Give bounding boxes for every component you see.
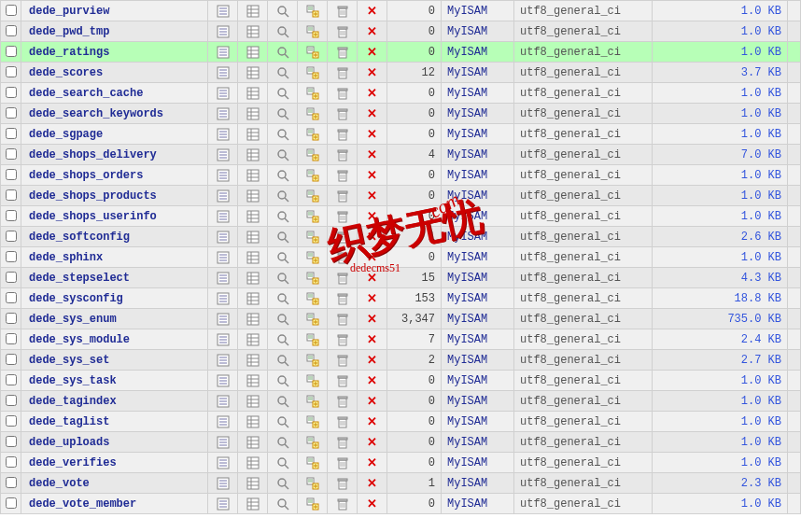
drop-icon[interactable]: ✕ (358, 371, 387, 391)
structure-icon[interactable] (238, 391, 268, 412)
drop-icon[interactable]: ✕ (358, 329, 387, 350)
structure-icon[interactable] (238, 206, 268, 227)
drop-icon[interactable]: ✕ (358, 412, 387, 432)
table-type[interactable]: MyISAM (442, 391, 514, 412)
table-size[interactable]: 1.0 KB (653, 247, 788, 268)
table-name-link[interactable]: dede_shops_orders (21, 165, 208, 186)
insert-icon[interactable] (298, 247, 328, 268)
insert-icon[interactable] (298, 453, 328, 473)
structure-icon[interactable] (238, 63, 268, 83)
table-name-link[interactable]: dede_sys_module (21, 329, 208, 350)
empty-icon[interactable] (328, 473, 358, 494)
insert-icon[interactable] (298, 165, 328, 186)
structure-icon[interactable] (238, 371, 268, 391)
table-size[interactable]: 1.0 KB (653, 432, 788, 453)
structure-icon[interactable] (238, 494, 268, 514)
insert-icon[interactable] (298, 83, 328, 104)
insert-icon[interactable] (298, 63, 328, 83)
table-size[interactable]: 18.8 KB (653, 288, 788, 309)
structure-icon[interactable] (238, 83, 268, 104)
browse-icon[interactable] (208, 288, 238, 309)
search-icon[interactable] (268, 371, 298, 391)
search-icon[interactable] (268, 494, 298, 514)
table-type[interactable]: MyISAM (442, 42, 514, 63)
drop-icon[interactable]: ✕ (358, 288, 387, 309)
row-checkbox[interactable] (6, 333, 17, 344)
table-name-link[interactable]: dede_shops_products (21, 186, 208, 206)
search-icon[interactable] (268, 63, 298, 83)
insert-icon[interactable] (298, 1, 328, 21)
structure-icon[interactable] (238, 145, 268, 165)
table-type[interactable]: MyISAM (442, 63, 514, 83)
search-icon[interactable] (268, 42, 298, 63)
structure-icon[interactable] (238, 432, 268, 453)
search-icon[interactable] (268, 21, 298, 42)
browse-icon[interactable] (208, 391, 238, 412)
search-icon[interactable] (268, 473, 298, 494)
table-name-link[interactable]: dede_vote (21, 473, 208, 494)
table-type[interactable]: MyISAM (442, 494, 514, 514)
browse-icon[interactable] (208, 412, 238, 432)
table-name-link[interactable]: dede_softconfig (21, 227, 208, 247)
drop-icon[interactable]: ✕ (358, 21, 387, 42)
table-size[interactable]: 1.0 KB (653, 124, 788, 145)
row-checkbox[interactable] (6, 251, 17, 262)
structure-icon[interactable] (238, 268, 268, 288)
insert-icon[interactable] (298, 104, 328, 124)
table-type[interactable]: MyISAM (442, 83, 514, 104)
browse-icon[interactable] (208, 186, 238, 206)
drop-icon[interactable]: ✕ (358, 453, 387, 473)
row-checkbox[interactable] (6, 272, 17, 283)
empty-icon[interactable] (328, 145, 358, 165)
row-checkbox[interactable] (6, 395, 17, 406)
empty-icon[interactable] (328, 227, 358, 247)
table-name-link[interactable]: dede_sgpage (21, 124, 208, 145)
row-checkbox[interactable] (6, 210, 17, 221)
search-icon[interactable] (268, 186, 298, 206)
insert-icon[interactable] (298, 21, 328, 42)
insert-icon[interactable] (298, 412, 328, 432)
browse-icon[interactable] (208, 350, 238, 371)
table-name-link[interactable]: dede_scores (21, 63, 208, 83)
table-size[interactable]: 1.0 KB (653, 42, 788, 63)
table-type[interactable]: MyISAM (442, 206, 514, 227)
table-size[interactable]: 1.0 KB (653, 371, 788, 391)
table-name-link[interactable]: dede_search_cache (21, 83, 208, 104)
empty-icon[interactable] (328, 371, 358, 391)
structure-icon[interactable] (238, 186, 268, 206)
row-checkbox[interactable] (6, 292, 17, 303)
table-size[interactable]: 1.0 KB (653, 165, 788, 186)
row-checkbox[interactable] (6, 374, 17, 385)
insert-icon[interactable] (298, 329, 328, 350)
structure-icon[interactable] (238, 104, 268, 124)
browse-icon[interactable] (208, 227, 238, 247)
drop-icon[interactable]: ✕ (358, 186, 387, 206)
search-icon[interactable] (268, 124, 298, 145)
insert-icon[interactable] (298, 309, 328, 329)
search-icon[interactable] (268, 309, 298, 329)
drop-icon[interactable]: ✕ (358, 350, 387, 371)
drop-icon[interactable]: ✕ (358, 63, 387, 83)
browse-icon[interactable] (208, 268, 238, 288)
table-type[interactable]: MyISAM (442, 350, 514, 371)
table-name-link[interactable]: dede_sphinx (21, 247, 208, 268)
insert-icon[interactable] (298, 391, 328, 412)
search-icon[interactable] (268, 1, 298, 21)
table-size[interactable]: 1.0 KB (653, 21, 788, 42)
drop-icon[interactable]: ✕ (358, 494, 387, 514)
search-icon[interactable] (268, 391, 298, 412)
row-checkbox[interactable] (6, 231, 17, 242)
structure-icon[interactable] (238, 247, 268, 268)
table-type[interactable]: MyISAM (442, 247, 514, 268)
browse-icon[interactable] (208, 104, 238, 124)
empty-icon[interactable] (328, 63, 358, 83)
structure-icon[interactable] (238, 309, 268, 329)
browse-icon[interactable] (208, 247, 238, 268)
browse-icon[interactable] (208, 473, 238, 494)
search-icon[interactable] (268, 268, 298, 288)
table-type[interactable]: MyISAM (442, 371, 514, 391)
table-type[interactable]: MyISAM (442, 329, 514, 350)
table-type[interactable]: MyISAM (442, 288, 514, 309)
insert-icon[interactable] (298, 227, 328, 247)
insert-icon[interactable] (298, 371, 328, 391)
